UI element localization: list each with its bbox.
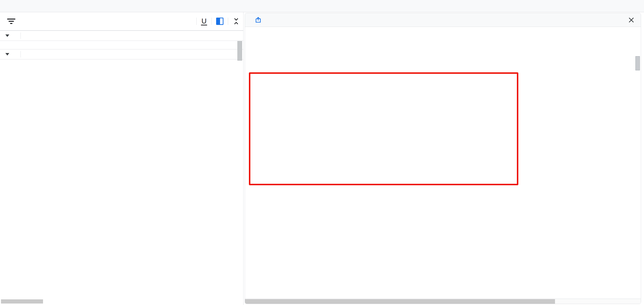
divider — [20, 51, 21, 57]
divider — [228, 17, 228, 25]
filter-bar: U — [0, 12, 243, 30]
vertical-scrollbar-thumb[interactable] — [238, 41, 242, 61]
code-viewer-panel — [245, 13, 641, 304]
section-overridden-by[interactable] — [0, 30, 243, 41]
section-expand-icon[interactable] — [6, 53, 9, 55]
open-in-new-icon[interactable] — [255, 17, 262, 23]
code-viewer-header — [245, 13, 641, 27]
results-list — [0, 30, 243, 68]
divider — [196, 17, 196, 25]
search-results-panel: U — [0, 12, 244, 305]
collapse-all-icon[interactable] — [232, 17, 240, 25]
top-bar — [0, 0, 644, 12]
too-many-results-notice — [0, 41, 243, 49]
split-view-icon[interactable] — [216, 17, 224, 25]
code-area — [245, 27, 641, 304]
filter-list-icon[interactable] — [7, 18, 16, 24]
horizontal-scrollbar-track[interactable] — [245, 299, 641, 304]
section-call-hierarchy[interactable] — [0, 49, 243, 59]
horizontal-scrollbar-thumb[interactable] — [1, 299, 43, 304]
filter-input[interactable] — [22, 17, 192, 25]
too-many-results-notice — [0, 59, 243, 68]
horizontal-scrollbar-thumb[interactable] — [245, 299, 555, 304]
divider — [212, 17, 212, 25]
red-highlight-box — [249, 72, 518, 185]
match-case-u-icon[interactable]: U — [201, 17, 207, 25]
close-icon[interactable] — [628, 16, 635, 24]
vertical-scrollbar-thumb[interactable] — [636, 56, 640, 70]
section-expand-icon[interactable] — [6, 34, 9, 37]
divider — [20, 32, 21, 39]
